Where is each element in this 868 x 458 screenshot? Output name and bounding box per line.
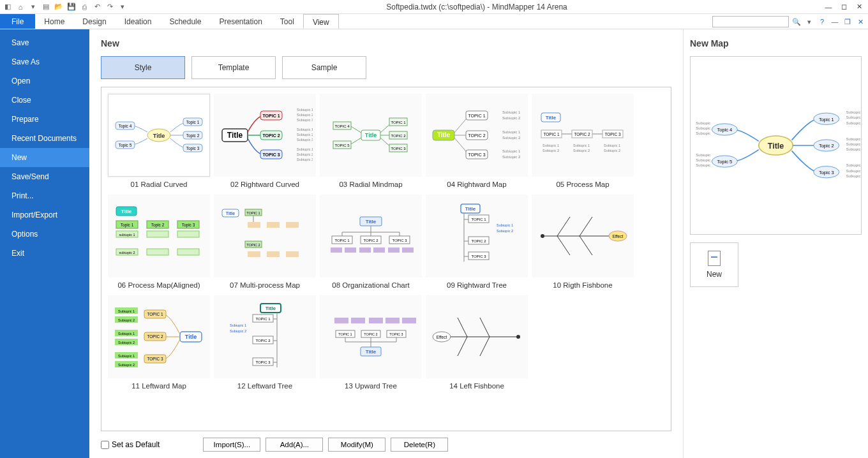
set-default-checkbox[interactable]: Set as Default <box>101 440 160 449</box>
qat-dropdown-icon[interactable]: ▾ <box>28 2 38 12</box>
delete-button[interactable]: Delete(R) <box>391 438 448 452</box>
template-label: 01 Radial Curved <box>108 177 210 191</box>
svg-text:TOPIC 2: TOPIC 2 <box>391 134 406 138</box>
sidebar-item-recentdocs[interactable]: Recent Documents <box>0 129 89 148</box>
tab-home[interactable]: Home <box>35 14 73 29</box>
sidebar-item-close[interactable]: Close <box>0 91 89 110</box>
svg-text:Subtopic 1: Subtopic 1 <box>502 110 521 114</box>
tab-view[interactable]: View <box>303 14 339 29</box>
svg-text:Title: Title <box>365 132 377 138</box>
new-button[interactable]: New <box>690 242 738 287</box>
svg-text:Subtopic: Subtopic <box>846 115 861 119</box>
template-label: 06 Process Map(Aligned) <box>108 277 210 292</box>
new-doc-icon[interactable]: ▤ <box>41 2 51 12</box>
preview-thumbnail: Title Topic 1 Topic 2 Topic 3 Topic 4 To… <box>690 56 862 235</box>
svg-rect-183 <box>334 318 348 323</box>
redo-icon[interactable]: ↷ <box>105 2 115 12</box>
svg-text:Title: Title <box>226 211 235 216</box>
svg-text:Subtopic 2: Subtopic 2 <box>542 149 559 152</box>
template-item-leftward-tree[interactable]: Title TOPIC 1 Subtopic 1Subtopic 2 TOPIC… <box>214 295 316 392</box>
template-item-radial-mindmap[interactable]: Title TOPIC 1 TOPIC 2 TOPIC 3 TOPIC 4 TO… <box>320 94 422 191</box>
print-icon[interactable]: ⎙ <box>79 2 89 12</box>
svg-text:TOPIC 2: TOPIC 2 <box>262 133 280 138</box>
svg-text:Subtopic 1: Subtopic 1 <box>118 309 135 313</box>
template-item-rightward-curved[interactable]: Title TOPIC 1 TOPIC 2 TOPIC 3 Subtopic 1… <box>214 94 316 191</box>
sidebar-item-save[interactable]: Save <box>0 33 89 52</box>
qat-more-icon[interactable]: ▾ <box>117 2 128 12</box>
save-icon[interactable]: 💾 <box>66 2 77 12</box>
tab-design[interactable]: Design <box>73 14 115 29</box>
tab-schedule[interactable]: Schedule <box>160 14 210 29</box>
svg-rect-125 <box>388 247 400 253</box>
tab-ideation[interactable]: Ideation <box>116 14 161 29</box>
svg-text:TOPIC 5: TOPIC 5 <box>334 144 350 147</box>
tab-style[interactable]: Style <box>101 56 185 79</box>
import-button[interactable]: Import(S)... <box>203 438 260 452</box>
template-item-upward-tree[interactable]: TOPIC 1 TOPIC 2 TOPIC 3 Title 13 Upward … <box>320 295 422 392</box>
template-item-radial-curved[interactable]: Title Topic 1 Topic 2 Topic 3 Topic 4 To… <box>108 94 210 191</box>
help-icon[interactable]: ? <box>817 17 827 27</box>
sidebar-item-open[interactable]: Open <box>0 71 89 91</box>
svg-text:subtopic 1: subtopic 1 <box>119 233 135 237</box>
svg-text:TOPIC 3: TOPIC 3 <box>392 239 407 242</box>
sidebar-item-savesend[interactable]: Save/Send <box>0 167 89 186</box>
template-item-process-map-aligned[interactable]: Title Topic 1 Topic 2 Topic 3 subtopic 1… <box>108 195 210 292</box>
svg-rect-93 <box>147 249 168 255</box>
content-panel: New Style Template Sample Title Topic 1 … <box>89 29 683 458</box>
add-button[interactable]: Add(A)... <box>266 438 323 452</box>
sidebar-item-options[interactable]: Options <box>0 225 89 244</box>
sidebar-item-prepare[interactable]: Prepare <box>0 110 89 129</box>
template-item-multi-process[interactable]: Title TOPIC 1 TOPIC 2 07 Multi-process M… <box>214 195 316 292</box>
template-category-tabs: Style Template Sample <box>101 56 671 79</box>
open-icon[interactable]: 📂 <box>54 2 64 12</box>
home-icon[interactable]: ⌂ <box>15 2 26 12</box>
svg-text:Title: Title <box>366 349 377 355</box>
template-label: 03 Radial Mindmap <box>320 177 422 191</box>
svg-rect-89 <box>147 231 168 237</box>
sidebar-item-saveas[interactable]: Save As <box>0 52 89 71</box>
svg-rect-186 <box>385 318 400 323</box>
search-input[interactable] <box>712 16 789 27</box>
template-item-leftward-map[interactable]: Title TOPIC 1 TOPIC 2 TOPIC 3 Subtopic 1… <box>108 295 210 392</box>
ribbon-tabs: File Home Design Ideation Schedule Prese… <box>0 14 868 29</box>
svg-text:Subtopic: Subtopic <box>846 169 861 173</box>
svg-text:Subtopic 1: Subtopic 1 <box>297 128 313 131</box>
minimize-button[interactable]: — <box>823 2 834 12</box>
search-icon[interactable]: 🔍 <box>791 17 802 27</box>
svg-line-207 <box>458 337 467 356</box>
modify-button[interactable]: Modify(M) <box>328 438 385 452</box>
svg-rect-107 <box>286 251 299 257</box>
search-dropdown-icon[interactable]: ▾ <box>804 17 814 27</box>
tab-presentation[interactable]: Presentation <box>210 14 271 29</box>
svg-text:TOPIC 1: TOPIC 1 <box>262 114 280 118</box>
template-item-right-fishbone[interactable]: Effect 10 Rigth Fishbone <box>532 195 634 292</box>
tab-template[interactable]: Template <box>191 56 276 79</box>
inner-close-icon[interactable]: ✕ <box>855 17 865 27</box>
inner-restore-icon[interactable]: ❐ <box>842 17 853 27</box>
template-item-rightward-tree[interactable]: Title TOPIC 1 Subtopic 1Subtopic 2 TOPIC… <box>426 195 528 292</box>
template-item-left-fishbone[interactable]: Effect 14 Left Fishbone <box>426 295 528 392</box>
sidebar-item-importexport[interactable]: Import/Export <box>0 205 89 225</box>
undo-icon[interactable]: ↶ <box>92 2 102 12</box>
tab-sample[interactable]: Sample <box>282 56 366 79</box>
svg-text:Topic 1: Topic 1 <box>819 117 834 122</box>
tab-file[interactable]: File <box>0 14 35 29</box>
svg-point-202 <box>516 335 520 339</box>
sidebar-item-new[interactable]: New <box>0 148 89 167</box>
svg-text:TOPIC 2: TOPIC 2 <box>147 334 163 339</box>
template-item-process-map[interactable]: Title TOPIC 1 TOPIC 2 TOPIC 3 Subtopic 1… <box>532 94 634 191</box>
inner-minimize-icon[interactable]: — <box>830 17 840 27</box>
svg-text:Subtopic 2: Subtopic 2 <box>502 136 521 140</box>
maximize-button[interactable]: ◻ <box>839 2 849 12</box>
close-button[interactable]: ✕ <box>854 2 864 12</box>
svg-text:Topic 5: Topic 5 <box>119 143 132 148</box>
sidebar-item-exit[interactable]: Exit <box>0 244 89 263</box>
template-item-organizational-chart[interactable]: Title TOPIC 1 TOPIC 2 TOPIC 3 08 Organiz… <box>320 195 422 292</box>
sidebar-item-print[interactable]: Print... <box>0 186 89 205</box>
svg-text:TOPIC 3: TOPIC 3 <box>471 255 486 258</box>
gallery-bottom-bar: Set as Default Import(S)... Add(A)... Mo… <box>101 431 671 452</box>
template-item-rightward-map[interactable]: Title TOPIC 1 TOPIC 2 TOPIC 3 Subtopic 1… <box>426 94 528 191</box>
app-icon[interactable]: ◧ <box>3 2 13 12</box>
tab-tool[interactable]: Tool <box>271 14 303 29</box>
svg-text:Topic 4: Topic 4 <box>717 127 733 133</box>
